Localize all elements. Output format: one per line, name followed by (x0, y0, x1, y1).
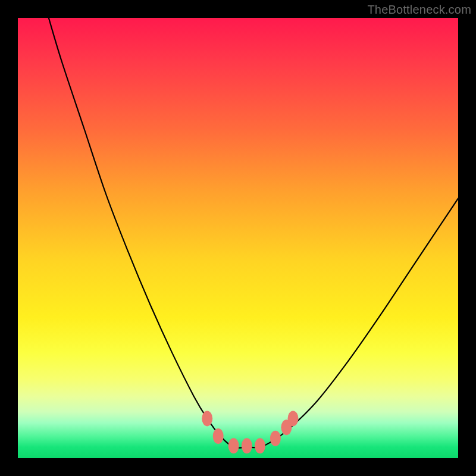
curve-marker (202, 411, 212, 426)
curve-marker (288, 411, 299, 426)
curve-marker (228, 438, 239, 453)
curve-marker (242, 438, 252, 453)
curve-marker (213, 428, 224, 444)
bottleneck-curve (18, 18, 458, 458)
curve-marker (255, 438, 265, 453)
curve-marker (281, 419, 292, 435)
chart-frame: TheBottleneck.com (0, 0, 476, 476)
curve-marker (270, 431, 281, 446)
plot-area (18, 18, 458, 458)
attribution-watermark: TheBottleneck.com (367, 3, 471, 17)
